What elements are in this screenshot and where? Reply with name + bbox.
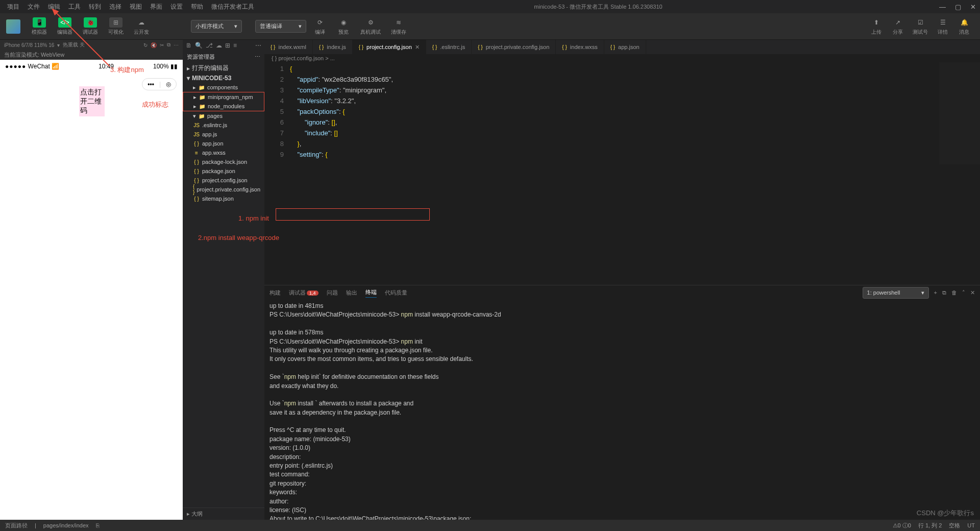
upload-button[interactable]: ⬆上传 bbox=[867, 16, 886, 37]
open-editors[interactable]: ▸ 打开的编辑器 bbox=[183, 63, 264, 74]
code-text[interactable]: { "appid": "wx2e8c3a90f8139c65", "compil… bbox=[290, 62, 980, 285]
tree-app.js[interactable]: JS app.js bbox=[183, 130, 264, 139]
hotreload-label[interactable]: 热重载 关 bbox=[63, 41, 85, 49]
tree-project.private.config.json[interactable]: { } project.private.config.json bbox=[183, 185, 264, 194]
testnum-button[interactable]: ☑测试号 bbox=[910, 16, 931, 37]
trash-icon[interactable]: 🗑 bbox=[951, 289, 957, 296]
detach-icon[interactable]: ⧉ bbox=[167, 42, 170, 48]
maximize-icon[interactable]: ▢ bbox=[955, 3, 961, 11]
encoding[interactable]: UT bbox=[967, 522, 975, 528]
page-path[interactable]: pages/index/index bbox=[43, 522, 89, 528]
search-icon[interactable]: 🔍 bbox=[195, 42, 203, 49]
tree-package-lock.json[interactable]: { } package-lock.json bbox=[183, 157, 264, 166]
messages-button[interactable]: 🔔消息 bbox=[954, 16, 974, 37]
target-icon[interactable]: ◎ bbox=[166, 81, 171, 88]
git-icon[interactable]: ⎇ bbox=[206, 42, 213, 49]
editor-button[interactable]: </>编辑器 bbox=[54, 16, 76, 37]
rotate-icon[interactable]: ↻ bbox=[143, 42, 148, 48]
project-root[interactable]: ▾ MINICODE-53 bbox=[183, 74, 264, 83]
shell-select[interactable]: 1: powershell▾ bbox=[863, 287, 929, 299]
menu-项目[interactable]: 项目 bbox=[4, 2, 22, 12]
tab-index.wxml[interactable]: { } index.wxml bbox=[264, 40, 313, 54]
files-icon[interactable]: 🗎 bbox=[186, 42, 192, 49]
cloud-icon[interactable]: ☁ bbox=[216, 42, 222, 49]
terminal-body[interactable]: up to date in 481msPS C:\Users\doit\WeCh… bbox=[264, 300, 980, 520]
tab-output[interactable]: 输出 bbox=[346, 288, 357, 298]
debugger-button[interactable]: 🐞调试器 bbox=[80, 16, 101, 37]
tree-project.config.json[interactable]: { } project.config.json bbox=[183, 176, 264, 185]
tab-problems[interactable]: 问题 bbox=[327, 288, 338, 298]
preview-button[interactable]: ◉预览 bbox=[334, 16, 353, 37]
compile-button[interactable]: ⟳编译 bbox=[310, 16, 330, 37]
menu-微信开发者工具[interactable]: 微信开发者工具 bbox=[208, 2, 257, 12]
tree-node_modules[interactable]: ▸ 📁 node_modules bbox=[183, 102, 264, 111]
real-debug-button[interactable]: ⚙真机调试 bbox=[357, 16, 384, 37]
cloud-button[interactable]: ☁云开发 bbox=[131, 16, 152, 37]
tab-codequality[interactable]: 代码质量 bbox=[385, 288, 407, 298]
tab-app.json[interactable]: { } app.json bbox=[604, 40, 646, 54]
menu-工具[interactable]: 工具 bbox=[65, 2, 84, 12]
breadcrumb[interactable]: { } project.config.json > ... bbox=[264, 54, 980, 62]
cut-icon[interactable]: ✂ bbox=[160, 42, 164, 48]
status-bar: 页面路径 | pages/index/index ⎘ ⚠0 ⓘ0 行 1, 列 … bbox=[0, 520, 980, 531]
code-editor[interactable]: 123456789 { "appid": "wx2e8c3a90f8139c65… bbox=[264, 62, 980, 285]
avatar[interactable] bbox=[6, 19, 20, 34]
tab-debugger[interactable]: 调试器1,4 bbox=[289, 288, 318, 298]
details-button[interactable]: ☰详情 bbox=[933, 16, 952, 37]
tree-miniprogram_npm[interactable]: ▸ 📁 miniprogram_npm bbox=[183, 92, 264, 102]
menu-设置[interactable]: 设置 bbox=[167, 2, 186, 12]
ext-icon[interactable]: ⊞ bbox=[225, 42, 230, 49]
tree-package.json[interactable]: { } package.json bbox=[183, 166, 264, 176]
device-label[interactable]: iPhone 6/7/8 118% 16 bbox=[4, 42, 54, 48]
share-button[interactable]: ↗分享 bbox=[888, 16, 908, 37]
outline-section[interactable]: ▸ 大纲 bbox=[183, 508, 264, 520]
close-icon[interactable]: ✕ bbox=[970, 3, 976, 11]
tree-app.wxss[interactable]: ≡ app.wxss bbox=[183, 148, 264, 157]
close-panel-icon[interactable]: ✕ bbox=[970, 289, 975, 296]
warnings[interactable]: ⚠0 ⓘ0 bbox=[893, 522, 911, 529]
clear-cache-button[interactable]: ≋清缓存 bbox=[388, 16, 409, 37]
menu-编辑[interactable]: 编辑 bbox=[45, 2, 63, 12]
terminal-panel: 构建 调试器1,4 问题 输出 终端 代码质量 1: powershell▾ +… bbox=[264, 285, 980, 520]
menu-视图[interactable]: 视图 bbox=[127, 2, 145, 12]
minimap[interactable] bbox=[939, 62, 980, 164]
phone-preview[interactable]: ●●●●● WeChat 📶 10:49 100% ▮▮ ••• | ◎ 点击打… bbox=[0, 60, 183, 520]
window-controls: — ▢ ✕ bbox=[939, 3, 976, 11]
menu-dots-icon[interactable]: ••• bbox=[148, 81, 154, 88]
copy-icon[interactable]: ⎘ bbox=[96, 522, 100, 528]
menu-帮助[interactable]: 帮助 bbox=[188, 2, 206, 12]
tab-terminal[interactable]: 终端 bbox=[365, 287, 377, 298]
mute-icon[interactable]: 🔇 bbox=[151, 42, 157, 48]
simulator-button[interactable]: 📱模拟器 bbox=[29, 16, 50, 37]
new-terminal-icon[interactable]: + bbox=[934, 289, 937, 296]
phone-time: 10:49 bbox=[99, 63, 114, 70]
mode-select[interactable]: 小程序模式▾ bbox=[191, 20, 242, 33]
compile-select[interactable]: 普通编译▾ bbox=[255, 20, 306, 33]
minimize-icon[interactable]: — bbox=[939, 3, 946, 11]
tree-app.json[interactable]: { } app.json bbox=[183, 139, 264, 148]
tab-project.private.config.json[interactable]: { } project.private.config.json bbox=[472, 40, 556, 54]
tree-components[interactable]: ▸ 📁 components bbox=[183, 83, 264, 92]
spaces[interactable]: 空格 bbox=[949, 522, 960, 529]
tab-.eslintrc.js[interactable]: { } .eslintrc.js bbox=[426, 40, 472, 54]
visual-button[interactable]: ⊞可视化 bbox=[105, 16, 127, 37]
tree-pages[interactable]: ▾ 📁 pages bbox=[183, 111, 264, 120]
tree-.eslintrc.js[interactable]: JS .eslintrc.js bbox=[183, 120, 264, 130]
tree-sitemap.json[interactable]: { } sitemap.json bbox=[183, 194, 264, 203]
menu-文件[interactable]: 文件 bbox=[24, 2, 43, 12]
tab-build[interactable]: 构建 bbox=[270, 288, 281, 298]
chevron-up-icon[interactable]: ˄ bbox=[962, 289, 965, 296]
menu-选择[interactable]: 选择 bbox=[106, 2, 125, 12]
cursor-position[interactable]: 行 1, 列 2 bbox=[918, 522, 942, 529]
db-icon[interactable]: ≡ bbox=[233, 42, 237, 49]
tab-project.config.json[interactable]: { } project.config.json ✕ bbox=[353, 40, 426, 54]
more-icon[interactable]: ⋯ bbox=[174, 42, 179, 48]
menu-转到[interactable]: 转到 bbox=[86, 2, 104, 12]
tab-index.wxss[interactable]: { } index.wxss bbox=[556, 40, 604, 54]
split-icon[interactable]: ⧉ bbox=[942, 289, 946, 296]
capsule-button[interactable]: ••• | ◎ bbox=[142, 78, 177, 90]
more-icon[interactable]: ⋯ bbox=[255, 42, 261, 49]
menu-界面[interactable]: 界面 bbox=[147, 2, 165, 12]
tab-index.js[interactable]: { } index.js bbox=[313, 40, 353, 54]
qr-open-text[interactable]: 点击打开二维码 bbox=[79, 86, 105, 116]
